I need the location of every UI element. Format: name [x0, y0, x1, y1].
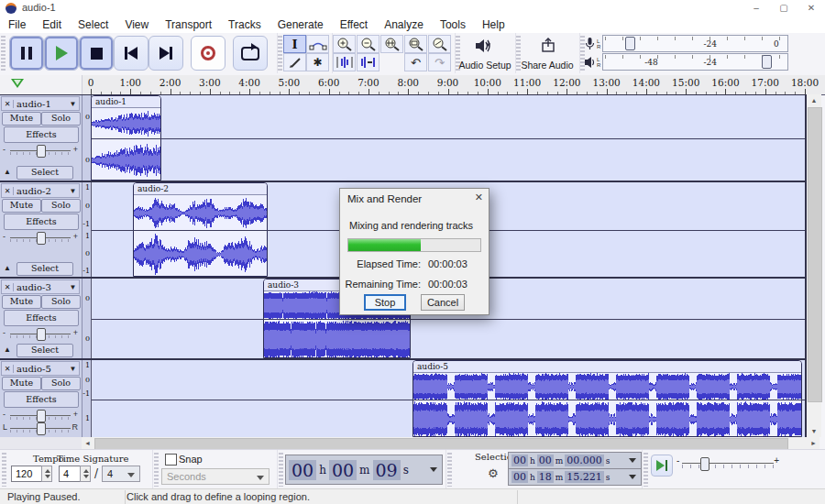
mute-button[interactable]: Mute [2, 295, 41, 309]
gain-slider-thumb[interactable] [37, 410, 46, 422]
share-audio-section[interactable]: Share Audio [515, 33, 580, 73]
solo-button[interactable]: Solo [41, 295, 81, 309]
time-format-caret-icon[interactable] [629, 458, 636, 463]
envelope-tool-button[interactable] [306, 35, 329, 53]
menu-item-select[interactable]: Select [70, 17, 116, 33]
horizontal-scrollbar[interactable]: ◄ ► [82, 437, 820, 449]
time-format-caret-icon[interactable] [430, 467, 437, 472]
track-close-icon[interactable]: ✕ [2, 187, 14, 195]
time-digit-group[interactable]: m [556, 456, 564, 466]
time-digit-group[interactable]: m [556, 473, 564, 482]
time-digit-group[interactable]: s [606, 473, 610, 482]
time-digit-group[interactable]: 00 [512, 471, 528, 483]
track-name-label[interactable]: audio-3 [14, 282, 67, 292]
close-button[interactable]: ✕ [798, 0, 825, 16]
dialog-close-icon[interactable]: ✕ [475, 192, 483, 203]
collapse-track-icon[interactable]: ▲ [2, 262, 13, 275]
vertical-scrollbar[interactable]: ▲ ▼ [807, 94, 821, 437]
solo-button[interactable]: Solo [41, 199, 81, 213]
time-format-caret-icon[interactable] [629, 475, 636, 479]
effects-button[interactable]: Effects [4, 310, 79, 326]
snap-mode-select[interactable]: Seconds [161, 468, 270, 485]
redo-button[interactable]: ↷ [428, 53, 451, 71]
time-digit-group[interactable]: 00.000 [565, 455, 604, 466]
loop-button[interactable] [233, 36, 268, 71]
speed-slider-thumb[interactable] [700, 457, 710, 471]
track-lane[interactable]: audio-5 [92, 360, 805, 437]
effects-button[interactable]: Effects [4, 391, 79, 408]
time-digit-group[interactable]: h [530, 473, 535, 482]
undo-button[interactable]: ↶ [404, 53, 427, 71]
mute-button[interactable]: Mute [2, 199, 41, 213]
skip-to-end-button[interactable] [148, 36, 183, 71]
vertical-scroll-thumb[interactable] [808, 107, 822, 402]
minimize-button[interactable]: – [742, 0, 770, 16]
scroll-left-icon[interactable]: ◄ [82, 437, 94, 449]
pan-slider-thumb[interactable] [37, 422, 46, 435]
audio-clip-audio-5[interactable]: audio-5 [412, 360, 802, 437]
track-audio-1[interactable]: ✕ audio-1 ▼ Mute Solo Effects - + ▲ Sele… [0, 95, 805, 181]
gain-slider-thumb[interactable] [37, 145, 46, 158]
pan-slider[interactable]: L R [3, 422, 78, 434]
zoom-out-button[interactable] [357, 35, 380, 53]
snap-checkbox[interactable] [165, 454, 177, 466]
selection-start-display[interactable]: 00h00m00.000s [508, 452, 642, 469]
menu-item-edit[interactable]: Edit [34, 17, 70, 33]
vertical-scale-ruler[interactable]: 10-110-1 [82, 182, 92, 277]
cancel-button-dialog[interactable]: Cancel [421, 294, 465, 311]
time-digit-group[interactable]: h [319, 464, 326, 477]
recording-meter[interactable]: LR -24 0 [585, 35, 788, 52]
timesig-spinner[interactable] [80, 466, 91, 482]
track-menu-icon[interactable]: ▼ [67, 365, 79, 373]
menu-item-analyze[interactable]: Analyze [376, 17, 432, 33]
collapse-track-icon[interactable]: ▲ [2, 166, 13, 179]
time-digit-group[interactable]: 00 [289, 460, 316, 480]
track-select-button[interactable]: Select [16, 166, 73, 180]
multi-tool-button[interactable]: ✱ [306, 53, 329, 71]
track-close-icon[interactable]: ✕ [2, 365, 14, 373]
track-name-label[interactable]: audio-1 [14, 99, 67, 109]
time-digit-group[interactable]: 00 [329, 460, 357, 480]
track-name-label[interactable]: audio-2 [14, 186, 67, 196]
recording-volume-slider[interactable] [625, 37, 635, 50]
timeline-ruler[interactable]: 01:002:003:004:005:006:007:008:009:0010:… [0, 75, 825, 95]
tempo-input[interactable]: 120 [11, 466, 42, 482]
menu-item-transport[interactable]: Transport [157, 17, 220, 33]
timesig-upper-input[interactable]: 4 [59, 466, 81, 482]
skip-to-start-button[interactable] [114, 36, 148, 71]
track-menu-icon[interactable]: ▼ [67, 283, 79, 291]
menu-item-tracks[interactable]: Tracks [220, 17, 270, 33]
recording-meter-bar[interactable]: -24 0 [602, 35, 788, 52]
menu-item-generate[interactable]: Generate [270, 17, 332, 33]
clip-title[interactable]: audio-1 [92, 96, 160, 108]
menu-item-help[interactable]: Help [474, 17, 513, 33]
clip-title[interactable]: audio-2 [134, 183, 267, 195]
menu-item-tools[interactable]: Tools [432, 17, 474, 33]
clip-title[interactable]: audio-5 [413, 361, 801, 373]
gain-slider-thumb[interactable] [37, 328, 46, 341]
track-select-button[interactable]: Select [16, 344, 73, 357]
audio-position-display[interactable]: 00h00m09s [285, 455, 443, 485]
track-menu-icon[interactable]: ▼ [67, 187, 79, 195]
time-digit-group[interactable]: 09 [373, 460, 401, 480]
time-digit-group[interactable]: 18 [537, 471, 554, 483]
time-digit-group[interactable]: m [359, 464, 369, 477]
selection-settings-gear-icon[interactable]: ⚙ [488, 467, 499, 479]
track-menu-icon[interactable]: ▼ [67, 100, 79, 108]
selection-end-display[interactable]: 00h18m15.221s [508, 468, 642, 486]
menu-item-view[interactable]: View [116, 17, 157, 33]
mute-button[interactable]: Mute [2, 377, 41, 390]
gain-slider[interactable]: - + [3, 232, 78, 244]
timeline-ruler-scale[interactable]: 01:002:003:004:005:006:007:008:009:0010:… [0, 75, 825, 94]
audio-setup-section[interactable]: Audio Setup [455, 33, 516, 73]
mute-button[interactable]: Mute [2, 112, 41, 126]
trim-audio-button[interactable] [333, 53, 356, 71]
time-digit-group[interactable]: 00 [512, 455, 528, 466]
playback-speed-slider[interactable]: - + [676, 455, 779, 470]
track-close-icon[interactable]: ✕ [2, 283, 14, 291]
record-button[interactable] [191, 36, 226, 71]
gain-slider-thumb[interactable] [37, 232, 46, 245]
scroll-down-icon[interactable]: ▼ [807, 425, 821, 437]
scroll-right-icon[interactable]: ► [808, 437, 820, 449]
maximize-button[interactable]: ▢ [770, 0, 798, 16]
